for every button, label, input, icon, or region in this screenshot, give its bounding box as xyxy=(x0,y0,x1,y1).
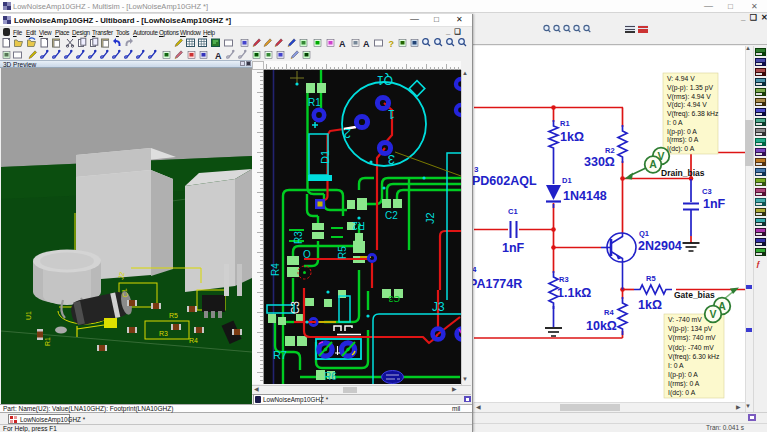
svg-text:V(p-p): 1.35 pV: V(p-p): 1.35 pV xyxy=(667,84,714,92)
svg-text:V(dc): -740 mV: V(dc): -740 mV xyxy=(668,344,714,352)
svg-text:1: 1 xyxy=(388,107,395,122)
svg-text:R5: R5 xyxy=(169,312,178,319)
svg-text:I(dc): 0 A: I(dc): 0 A xyxy=(668,389,696,397)
svg-text:1kΩ: 1kΩ xyxy=(638,298,662,312)
svg-text:1nF: 1nF xyxy=(502,241,525,255)
svg-text:R1: R1 xyxy=(308,97,321,108)
svg-text:V: 4.94 V: V: 4.94 V xyxy=(667,75,695,82)
svg-text:V(rms): 740 mV: V(rms): 740 mV xyxy=(668,334,716,342)
svg-text:R7: R7 xyxy=(273,349,287,361)
svg-text:Gate_bias: Gate_bias xyxy=(674,290,715,300)
svg-text:D1: D1 xyxy=(319,150,331,164)
svg-text:10kΩ: 10kΩ xyxy=(586,319,617,333)
svg-text:V(dc): 4.94 V: V(dc): 4.94 V xyxy=(667,101,707,109)
svg-text:I(p-p): 0 A: I(p-p): 0 A xyxy=(667,128,697,136)
svg-text:V: -740 mV: V: -740 mV xyxy=(668,316,702,323)
svg-text:C3: C3 xyxy=(702,187,712,196)
svg-text:R1: R1 xyxy=(44,337,51,346)
svg-text:I: 0 A: I: 0 A xyxy=(667,119,683,126)
svg-text:2N2904: 2N2904 xyxy=(638,239,682,253)
svg-text:I(rms): 0 A: I(rms): 0 A xyxy=(667,136,699,144)
svg-text:Q1: Q1 xyxy=(377,73,393,87)
svg-text:C3: C3 xyxy=(388,294,400,304)
svg-text:U1: U1 xyxy=(25,311,32,320)
svg-text:3: 3 xyxy=(474,165,479,174)
svg-text:R3: R3 xyxy=(293,231,304,244)
svg-text:3: 3 xyxy=(388,152,395,167)
svg-text:R2: R2 xyxy=(605,146,615,155)
svg-text:V(freq): 6.38 kHz: V(freq): 6.38 kHz xyxy=(667,110,719,118)
svg-text:R4: R4 xyxy=(270,263,281,276)
svg-text:1nF: 1nF xyxy=(703,197,726,211)
svg-text:R3: R3 xyxy=(559,275,569,284)
svg-text:V: V xyxy=(709,308,716,320)
svg-text:330Ω: 330Ω xyxy=(584,155,615,169)
svg-text:Drain_bias: Drain_bias xyxy=(661,168,705,178)
svg-text:R4: R4 xyxy=(604,308,614,317)
svg-text:V(freq): 6.30 kHz: V(freq): 6.30 kHz xyxy=(668,353,720,361)
svg-text:R4: R4 xyxy=(189,337,198,344)
svg-text:R5: R5 xyxy=(646,274,656,283)
svg-text:R3: R3 xyxy=(159,330,168,337)
svg-text:1kΩ: 1kΩ xyxy=(560,130,584,144)
svg-text:C3: C3 xyxy=(290,301,301,314)
svg-text:R2: R2 xyxy=(352,220,365,231)
svg-text:O: O xyxy=(303,249,311,260)
svg-text:R1: R1 xyxy=(560,119,570,128)
svg-text:D1: D1 xyxy=(562,176,572,185)
svg-text:V(p-p): 134 pV: V(p-p): 134 pV xyxy=(668,325,713,333)
svg-text:A: A xyxy=(339,39,346,49)
svg-text:I(p-p): 0 A: I(p-p): 0 A xyxy=(668,371,698,379)
svg-text:Q1: Q1 xyxy=(639,229,649,238)
svg-text:J3: J3 xyxy=(432,300,445,314)
svg-text:J2: J2 xyxy=(424,212,436,224)
svg-text:1.1kΩ: 1.1kΩ xyxy=(557,286,591,300)
svg-text:A: A xyxy=(215,51,222,61)
svg-text:1N4148: 1N4148 xyxy=(563,189,607,203)
svg-text:A: A xyxy=(649,158,657,170)
svg-text:PA1774R: PA1774R xyxy=(469,277,522,291)
svg-text:C2: C2 xyxy=(385,210,398,221)
svg-text:PD602AQL: PD602AQL xyxy=(472,174,537,188)
svg-text:?: ? xyxy=(389,39,395,49)
svg-text:V(rms): 4.94 V: V(rms): 4.94 V xyxy=(667,93,711,101)
svg-text:I: 0 A: I: 0 A xyxy=(668,362,684,369)
svg-text:2: 2 xyxy=(344,126,351,141)
svg-text:R5: R5 xyxy=(337,246,348,259)
svg-text:I(dc): 0 A: I(dc): 0 A xyxy=(667,145,695,153)
svg-text:R6: R6 xyxy=(324,371,337,382)
svg-text:C1: C1 xyxy=(508,207,518,216)
svg-text:A: A xyxy=(363,39,370,49)
svg-text:I(rms): 0 A: I(rms): 0 A xyxy=(668,380,700,388)
